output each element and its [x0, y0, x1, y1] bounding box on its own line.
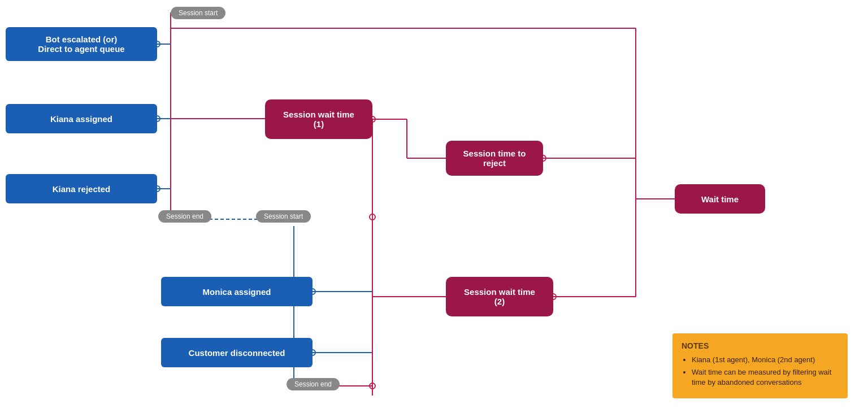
session-start-2-label: Session start: [256, 210, 311, 223]
session-wait-time-2-box: Session wait time (2): [446, 277, 553, 316]
customer-disconnected-box: Customer disconnected: [161, 338, 313, 367]
svg-point-31: [370, 383, 375, 389]
session-time-to-reject-box: Session time to reject: [446, 141, 543, 176]
session-end-1-label: Session end: [158, 210, 211, 223]
notes-title: NOTES: [682, 341, 839, 350]
session-wait-time-1-box: Session wait time (1): [265, 99, 372, 139]
notes-list: Kiana (1st agent), Monica (2nd agent) Wa…: [682, 355, 839, 388]
notes-item-2: Wait time can be measured by filtering w…: [692, 367, 839, 388]
wait-time-box: Wait time: [675, 184, 765, 214]
diagram-container: Bot escalated (or) Direct to agent queue…: [0, 0, 868, 417]
kiana-rejected-box: Kiana rejected: [6, 174, 157, 203]
bot-escalated-box: Bot escalated (or) Direct to agent queue: [6, 27, 157, 61]
session-end-2-label: Session end: [287, 378, 340, 390]
kiana-assigned-box: Kiana assigned: [6, 104, 157, 133]
monica-assigned-box: Monica assigned: [161, 277, 313, 306]
session-start-top-label: Session start: [171, 7, 225, 19]
svg-point-16: [370, 214, 375, 220]
notes-box: NOTES Kiana (1st agent), Monica (2nd age…: [672, 333, 848, 398]
notes-item-1: Kiana (1st agent), Monica (2nd agent): [692, 355, 839, 365]
